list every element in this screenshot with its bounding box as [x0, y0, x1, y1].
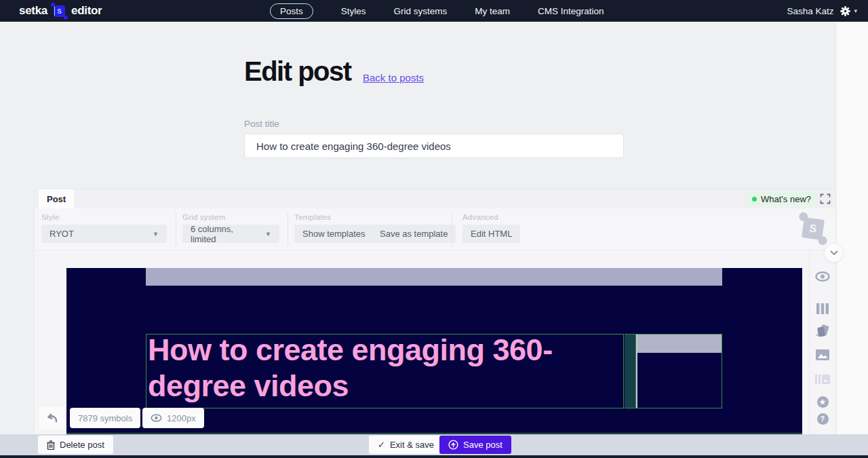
- setka-editor-logo[interactable]: setka s editor: [19, 4, 102, 18]
- nav-item-cms-integration[interactable]: CMS Integration: [538, 6, 604, 16]
- bottom-edge-strip: [0, 455, 868, 458]
- eye-icon: [151, 414, 162, 422]
- grid-system-label: Grid system: [182, 213, 226, 221]
- undo-icon: [45, 413, 59, 423]
- show-templates-button[interactable]: Show templates: [294, 225, 374, 243]
- collapse-toolbar-button[interactable]: [824, 243, 844, 263]
- toolbar-divider: [288, 212, 288, 246]
- save-post-button[interactable]: Save post: [439, 436, 511, 454]
- upload-icon: [448, 440, 458, 450]
- user-name: Sasha Katz: [787, 6, 833, 16]
- favorites-button[interactable]: ★: [815, 394, 830, 409]
- media-placeholder-bar: [637, 335, 722, 353]
- nav-item-styles[interactable]: Styles: [341, 6, 366, 16]
- check-icon: ✓: [378, 440, 385, 450]
- gear-icon: [840, 5, 851, 17]
- undo-button[interactable]: [39, 407, 64, 429]
- columns-icon: [816, 303, 829, 314]
- symbols-count: 7879 symbols: [78, 413, 132, 423]
- page-title: Edit post: [244, 56, 351, 87]
- grid-system-value: 6 columns, limited: [191, 224, 258, 244]
- preview-button[interactable]: [815, 269, 830, 284]
- top-nav-bar: setka s editor Posts Styles Grid systems…: [0, 0, 868, 22]
- logo-text-setka: setka: [19, 4, 47, 18]
- exit-and-save-button[interactable]: ✓ Exit & save: [369, 436, 443, 454]
- nav-item-grid-systems[interactable]: Grid systems: [394, 6, 448, 16]
- toolbar-divider: [176, 212, 176, 246]
- fullscreen-icon: [820, 193, 831, 204]
- save-as-template-button[interactable]: Save as template: [372, 225, 456, 243]
- layout-icon-disabled: [815, 372, 830, 387]
- images-button[interactable]: [815, 347, 830, 362]
- style-value: RYOT: [50, 229, 74, 239]
- symbols-count-badge: 7879 symbols: [70, 408, 140, 428]
- panel-divider-line: [809, 250, 810, 435]
- save-post-label: Save post: [463, 440, 502, 450]
- advanced-label: Advanced: [462, 213, 498, 221]
- exit-save-label: Exit & save: [390, 440, 434, 450]
- image-icon: [816, 349, 829, 360]
- grid-system-dropdown[interactable]: 6 columns, limited ▼: [182, 225, 279, 243]
- settings-menu-button[interactable]: ▾: [840, 5, 857, 17]
- post-title-label: Post title: [244, 119, 279, 129]
- delete-post-button[interactable]: Delete post: [38, 436, 113, 454]
- media-placeholder-block[interactable]: [635, 334, 722, 408]
- toolbar-divider: [452, 212, 452, 246]
- nav-right-group: Sasha Katz ▾: [787, 0, 857, 22]
- tab-post[interactable]: Post: [39, 189, 74, 208]
- swatches-icon: [815, 324, 830, 339]
- page-right-gutter: [837, 22, 868, 434]
- post-title-input[interactable]: [244, 134, 624, 158]
- star-icon: ★: [817, 396, 829, 408]
- chevron-down-icon: ▼: [153, 231, 159, 237]
- caret-down-icon: ▾: [854, 7, 857, 14]
- green-dot-icon: [752, 197, 757, 202]
- header-placeholder-bar[interactable]: [146, 268, 722, 286]
- canvas-headline-text[interactable]: How to create engaging 360-degree videos: [148, 332, 595, 404]
- section-bottom-guide: [66, 433, 802, 434]
- eye-icon: [815, 271, 830, 282]
- preview-width-badge: 1200px: [142, 408, 204, 428]
- footer-bar: Delete post ✓ Exit & save Save post: [0, 434, 868, 455]
- trash-icon: [47, 440, 55, 450]
- whats-new-label: What's new?: [761, 194, 811, 204]
- setka-s-icon: s: [54, 5, 65, 17]
- help-icon: ?: [817, 413, 829, 425]
- editor-toolbar: Style RYOT ▼ Grid system 6 columns, limi…: [35, 208, 835, 250]
- panel-header: Post What's new?: [35, 189, 835, 208]
- styles-swatches-button[interactable]: [815, 324, 830, 339]
- fullscreen-button[interactable]: [820, 193, 831, 204]
- chevron-down-icon: ▼: [265, 231, 271, 237]
- chevron-down-icon: [830, 250, 838, 256]
- nav-item-my-team[interactable]: My team: [475, 6, 510, 16]
- column-gutter: [625, 334, 635, 408]
- main-nav: Posts Styles Grid systems My team CMS In…: [270, 0, 604, 22]
- style-label: Style: [41, 213, 60, 221]
- whats-new-button[interactable]: What's new?: [747, 192, 816, 206]
- logo-text-editor: editor: [71, 4, 102, 18]
- setka-watermark-logo: S: [802, 217, 825, 240]
- preview-width: 1200px: [167, 413, 196, 423]
- selected-headline-block[interactable]: How to create engaging 360-degree videos: [146, 334, 624, 408]
- style-dropdown[interactable]: RYOT ▼: [41, 225, 167, 243]
- back-to-posts-link[interactable]: Back to posts: [363, 72, 424, 83]
- help-button[interactable]: ?: [815, 411, 830, 426]
- nav-item-posts[interactable]: Posts: [270, 3, 313, 19]
- columns-button[interactable]: [815, 301, 830, 316]
- delete-post-label: Delete post: [60, 440, 104, 450]
- templates-label: Templates: [294, 213, 331, 221]
- edit-html-button[interactable]: Edit HTML: [462, 225, 520, 243]
- layout-icon: [815, 375, 830, 384]
